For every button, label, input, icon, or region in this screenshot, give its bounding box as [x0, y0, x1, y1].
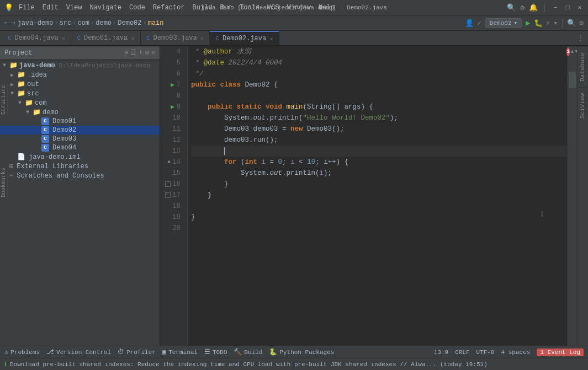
debug-button[interactable]: 🐛 — [534, 19, 543, 28]
expand-all-icon[interactable]: ⬇ — [139, 49, 142, 57]
cursor-position[interactable]: 13:9 — [434, 348, 448, 356]
breadcrumb-com[interactable]: com — [77, 19, 89, 27]
error-nav-up[interactable]: ▲ — [571, 49, 574, 55]
status-build[interactable]: 🔨 Build — [234, 348, 262, 356]
forward-icon[interactable]: → — [11, 19, 15, 27]
run-config[interactable]: Demo02 ▾ — [485, 18, 522, 28]
settings-icon[interactable]: ⚙ — [520, 3, 525, 12]
error-count-badge[interactable]: 1 — [566, 47, 569, 56]
menu-refactor[interactable]: Refactor — [153, 4, 185, 12]
tab-demo04[interactable]: C Demo04.java ✕ — [2, 31, 71, 45]
tree-iml[interactable]: ▶ 📄 java-demo.iml — [0, 152, 160, 162]
run-arrow-9[interactable]: ▶ — [171, 101, 174, 112]
bookmarks-label[interactable]: Bookmarks — [1, 168, 7, 197]
code-container[interactable]: 4 5 6 ▶ 7 8 ▶ 9 10 11 12 13 ◆ 14 — [160, 46, 577, 346]
maximize-button[interactable]: □ — [564, 4, 571, 12]
cursor-position-marker: | — [540, 211, 544, 217]
line-number-11: 11 — [173, 124, 181, 135]
run-with-coverage-button[interactable]: ⚡ — [546, 19, 550, 28]
line-separator[interactable]: CRLF — [455, 348, 469, 356]
event-log[interactable]: 1 Event Log — [537, 348, 584, 356]
add-module-icon[interactable]: ⊕ — [124, 49, 128, 57]
project-panel-title: Project — [4, 49, 121, 57]
fold-17[interactable]: − — [165, 192, 171, 198]
menu-navigate[interactable]: Navigate — [89, 4, 121, 12]
tabs-more-button[interactable]: ⋮ — [573, 31, 588, 45]
account-icon[interactable]: 👤 — [465, 19, 474, 28]
code-editor[interactable]: * @author 水润 * @date 2022/4/4 0004 */ pu… — [188, 46, 567, 346]
close-button[interactable]: ✕ — [576, 4, 584, 12]
structure-label[interactable]: Structure — [1, 85, 7, 115]
demo-folder-icon: 📁 — [33, 108, 41, 116]
breadcrumb-class[interactable]: Demo02 — [118, 19, 141, 27]
code-line-11: Demo03 demo03 = new Demo03(); — [191, 124, 567, 135]
tree-external-libs[interactable]: ▶ ⊞ External Libraries — [0, 162, 160, 171]
fold-16[interactable]: − — [165, 181, 171, 187]
run-arrow-7[interactable]: ▶ — [171, 79, 174, 90]
tab-demo01-close[interactable]: ✕ — [131, 35, 135, 42]
scroll-to-source-icon[interactable]: ☲ — [130, 49, 136, 57]
scroll-overview — [568, 57, 577, 346]
tree-demo02[interactable]: ▶ C Demo02 — [0, 126, 160, 135]
breadcrumb-demo[interactable]: demo — [96, 19, 112, 27]
indent-spaces[interactable]: 4 spaces — [501, 348, 531, 356]
encoding[interactable]: UTF-8 — [476, 348, 495, 356]
tree-demo03[interactable]: ▶ C Demo03 — [0, 135, 160, 143]
todo-label: TODO — [213, 349, 227, 356]
tree-scratches[interactable]: ▶ ✂ Scratches and Consoles — [0, 171, 160, 180]
status-version-control[interactable]: ⎇ Version Control — [46, 348, 111, 356]
breadcrumb-project[interactable]: java-demo — [18, 19, 54, 27]
scroll-thumb[interactable] — [569, 72, 576, 88]
status-problems[interactable]: ⚠ Problems — [4, 348, 40, 356]
tree-demo[interactable]: ▼ 📁 demo — [0, 108, 160, 117]
error-indicator-area: 1 ▲ ▼ — [568, 46, 577, 57]
tree-src[interactable]: ▼ 📁 src — [0, 89, 160, 98]
tab-demo03-close[interactable]: ✕ — [200, 35, 204, 42]
tree-idea[interactable]: ▶ 📁 .idea — [0, 70, 160, 79]
tree-demo04[interactable]: ▶ C Demo04 — [0, 143, 160, 152]
code-line-12: demo03.run(); — [191, 135, 567, 146]
minimize-button[interactable]: − — [552, 4, 559, 12]
vcs-icon[interactable]: ✓ — [477, 19, 481, 28]
breadcrumb-method[interactable]: main — [148, 19, 164, 27]
settings-toolbar-button[interactable]: ⚙ — [579, 19, 584, 28]
menu-edit[interactable]: Edit — [43, 4, 59, 12]
menu-view[interactable]: View — [66, 4, 82, 12]
terminal-icon: ▣ — [162, 348, 166, 356]
breadcrumb-src[interactable]: src — [60, 19, 72, 27]
panel-settings-icon[interactable]: ⚙ — [145, 49, 149, 57]
status-python-packages[interactable]: 🐍 Python Packages — [269, 348, 334, 356]
search-button[interactable]: 🔍 — [567, 19, 576, 28]
app-icon: 💡 — [4, 3, 13, 12]
status-terminal[interactable]: ▣ Terminal — [162, 348, 198, 356]
tab-demo01[interactable]: C Demo01.java ✕ — [71, 31, 140, 45]
tree-root-label: java-demo — [19, 62, 55, 69]
profiler-label: Profiler — [126, 349, 156, 356]
tree-demo01-label: Demo01 — [52, 117, 76, 125]
tree-root[interactable]: ▼ 📁 java-demo D:\IdeaProjects\java-demo — [0, 61, 160, 70]
tree-com[interactable]: ▼ 📁 com — [0, 98, 160, 108]
status-todo[interactable]: ☰ TODO — [204, 348, 227, 356]
search-everywhere-icon[interactable]: 🔍 — [507, 3, 516, 12]
gutter-line-4: 4 — [160, 46, 183, 57]
notifications-icon[interactable]: 🔔 — [529, 3, 538, 12]
sciview-tab[interactable]: SciView — [578, 87, 588, 124]
database-tab[interactable]: Database — [578, 46, 588, 87]
line-number-19: 19 — [173, 212, 181, 223]
profiler-icon: ⏱ — [118, 348, 124, 356]
tab-demo04-close[interactable]: ✕ — [62, 35, 66, 42]
tab-demo02[interactable]: C Demo02.java ✕ — [210, 31, 279, 45]
tab-demo02-close[interactable]: ✕ — [269, 35, 273, 42]
panel-close-icon[interactable]: ✕ — [151, 49, 155, 57]
tab-demo03[interactable]: C Demo03.java ✕ — [141, 31, 210, 45]
back-icon[interactable]: ← — [4, 19, 9, 27]
more-run-options[interactable]: ▾ — [553, 19, 558, 28]
menu-code[interactable]: Code — [129, 4, 145, 12]
error-nav-down[interactable]: ▼ — [575, 49, 577, 55]
status-profiler[interactable]: ⏱ Profiler — [118, 348, 156, 356]
run-button[interactable]: ▶ — [526, 18, 530, 28]
menu-file[interactable]: File — [19, 4, 35, 12]
tree-demo01[interactable]: ▶ C Demo01 — [0, 117, 160, 126]
line-number-16: 16 — [173, 179, 181, 190]
tree-out[interactable]: ▶ 📁 out — [0, 79, 160, 89]
